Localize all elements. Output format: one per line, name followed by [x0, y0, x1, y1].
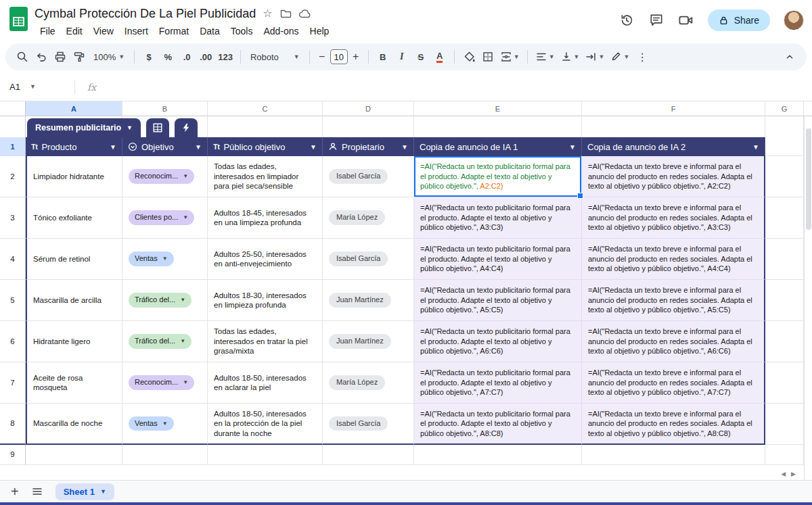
- cell-propietario[interactable]: Juan Martínez: [323, 280, 414, 321]
- table-header-ia1[interactable]: Copia de anuncio de IA 1 ▼: [414, 137, 582, 156]
- cell-empty[interactable]: [765, 137, 804, 156]
- table-header-producto[interactable]: Tt Producto ▼: [26, 137, 122, 156]
- cell-ia1[interactable]: =AI("Redacta un texto publicitario forma…: [414, 404, 582, 445]
- cell-propietario[interactable]: Isabel García: [323, 239, 414, 280]
- font-size-input[interactable]: 10: [330, 49, 348, 64]
- all-sheets-icon[interactable]: [31, 485, 43, 498]
- ai-bolt-button[interactable]: [175, 118, 198, 137]
- cell-ia1[interactable]: =AI("Redacta un texto publicitario forma…: [414, 280, 582, 321]
- cell-producto[interactable]: Tónico exfoliante: [26, 197, 122, 239]
- chevron-down-icon[interactable]: ▼: [401, 143, 408, 151]
- objetivo-chip[interactable]: Tráfico del... ▼: [129, 293, 191, 308]
- objetivo-chip[interactable]: Reconocim... ▼: [129, 169, 194, 184]
- strikethrough-button[interactable]: S: [412, 48, 430, 66]
- menu-help[interactable]: Help: [304, 24, 335, 38]
- formula-input[interactable]: [96, 73, 809, 101]
- column-header-e[interactable]: E: [414, 101, 582, 116]
- cell-propietario[interactable]: Juan Martínez: [323, 321, 414, 362]
- menu-tools[interactable]: Tools: [225, 24, 258, 38]
- cell-empty[interactable]: [323, 445, 414, 465]
- spreadsheet-grid[interactable]: Resumen publicitario ▼ 1 Tt Producto ▼: [0, 116, 812, 480]
- cloud-status-icon[interactable]: [298, 7, 312, 20]
- cell-empty[interactable]: [765, 445, 804, 465]
- cell-empty[interactable]: [582, 445, 765, 465]
- chevron-down-icon[interactable]: ▼: [752, 143, 759, 151]
- row-header[interactable]: 8: [0, 404, 26, 445]
- table-header-ia2[interactable]: Copia de anuncio de IA 2 ▼: [582, 137, 765, 156]
- version-history-icon[interactable]: [618, 12, 635, 28]
- menu-addons[interactable]: Add-ons: [258, 24, 304, 38]
- menu-insert[interactable]: Insert: [119, 24, 154, 38]
- scrollbar-thumb[interactable]: [806, 128, 811, 230]
- column-header-b[interactable]: B: [122, 101, 208, 116]
- cell-empty[interactable]: [765, 280, 804, 321]
- cell-ia2[interactable]: =AI("Redacta un texto breve e informal p…: [582, 156, 765, 197]
- cell-empty[interactable]: [765, 239, 804, 280]
- table-header-objetivo[interactable]: Objetivo ▼: [122, 137, 208, 156]
- cell-objetivo[interactable]: Clientes po... ▼: [122, 197, 208, 239]
- more-options-icon[interactable]: ⋮: [637, 51, 648, 64]
- merge-cells-icon[interactable]: ▼: [498, 48, 522, 66]
- cell-propietario[interactable]: María López: [323, 197, 414, 239]
- cell-empty[interactable]: [765, 156, 804, 197]
- objetivo-chip[interactable]: Clientes po... ▼: [129, 210, 194, 225]
- cell-ia1[interactable]: =AI("Redacta un texto publicitario forma…: [414, 156, 582, 197]
- zoom-select[interactable]: 100%▼: [89, 52, 129, 62]
- cell-ia1[interactable]: =AI("Redacta un texto publicitario forma…: [414, 362, 582, 404]
- table-view-button[interactable]: [146, 118, 169, 137]
- row-header[interactable]: 2: [0, 156, 26, 197]
- menu-file[interactable]: File: [35, 24, 61, 38]
- number-format-button[interactable]: 123: [216, 48, 235, 66]
- cell-publico[interactable]: Adultos 25-50, interesados en anti-envej…: [208, 239, 323, 280]
- cell-producto[interactable]: Hidratante ligero: [26, 321, 122, 362]
- menu-edit[interactable]: Edit: [61, 24, 88, 38]
- cell-ia2[interactable]: =AI("Redacta un texto breve e informal p…: [582, 239, 765, 280]
- cell-publico[interactable]: Adultos 18-50, interesados en la protecc…: [208, 404, 323, 445]
- cell-ia1[interactable]: =AI("Redacta un texto publicitario forma…: [414, 197, 582, 239]
- name-box[interactable]: A1 ▼: [9, 82, 68, 92]
- search-icon[interactable]: [14, 48, 31, 66]
- cell-empty[interactable]: [765, 197, 804, 239]
- paint-format-icon[interactable]: [70, 48, 88, 66]
- cell-producto[interactable]: Mascarilla de arcilla: [26, 280, 122, 321]
- sheets-logo-icon[interactable]: [9, 7, 28, 31]
- cell-empty[interactable]: [414, 445, 582, 465]
- vertical-align-icon[interactable]: ▼: [558, 48, 582, 66]
- text-color-button[interactable]: A: [431, 48, 449, 66]
- cell-publico[interactable]: Adultos 18-50, interesados en aclarar la…: [208, 362, 323, 404]
- document-title[interactable]: Cymbal Protección De La Piel Publicidad: [35, 7, 256, 21]
- cell-objetivo[interactable]: Ventas ▼: [122, 239, 208, 280]
- print-icon[interactable]: [51, 48, 69, 66]
- objetivo-chip[interactable]: Reconocim... ▼: [129, 375, 194, 390]
- table-name-tab[interactable]: Resumen publicitario ▼: [27, 118, 141, 137]
- row-header[interactable]: 3: [0, 197, 26, 239]
- add-sheet-icon[interactable]: +: [11, 485, 19, 498]
- chevron-down-icon[interactable]: ▼: [569, 143, 576, 151]
- share-button[interactable]: Share: [708, 9, 770, 31]
- sheet-tab-active[interactable]: Sheet 1 ▼: [55, 483, 114, 500]
- cell-objetivo[interactable]: Reconocim... ▼: [122, 362, 208, 404]
- meet-camera-icon[interactable]: [678, 12, 694, 28]
- row-header-9[interactable]: 9: [0, 445, 26, 465]
- vertical-scrollbar[interactable]: [804, 116, 812, 480]
- cell-objetivo[interactable]: Reconocim... ▼: [122, 156, 208, 197]
- cell-ia2[interactable]: =AI("Redacta un texto breve e informal p…: [582, 404, 765, 445]
- undo-icon[interactable]: [32, 48, 50, 66]
- cell-empty[interactable]: [765, 362, 804, 404]
- column-header-d[interactable]: D: [323, 101, 414, 116]
- star-icon[interactable]: ☆: [263, 8, 272, 19]
- cell-publico[interactable]: Adultos 18-45, interesados en una limpie…: [208, 197, 323, 239]
- horizontal-align-icon[interactable]: ▼: [533, 48, 557, 66]
- cell-empty[interactable]: [122, 445, 208, 465]
- horizontal-scroll-arrows[interactable]: ◀▶: [781, 471, 801, 477]
- cell-ia1[interactable]: =AI("Redacta un texto publicitario forma…: [414, 321, 582, 362]
- cell-ia2[interactable]: =AI("Redacta un texto breve e informal p…: [582, 280, 765, 321]
- cell-propietario[interactable]: María López: [323, 362, 414, 404]
- table-header-publico[interactable]: Tt Público objetivo ▼: [208, 137, 323, 156]
- decrease-decimal-button[interactable]: .0: [178, 48, 196, 66]
- select-all-corner[interactable]: [0, 101, 26, 116]
- percent-format-button[interactable]: %: [159, 48, 177, 66]
- cell-publico[interactable]: Todas las edades, interesados en limpiad…: [208, 156, 323, 197]
- row-header[interactable]: 5: [0, 280, 26, 321]
- cell-empty[interactable]: [765, 321, 804, 362]
